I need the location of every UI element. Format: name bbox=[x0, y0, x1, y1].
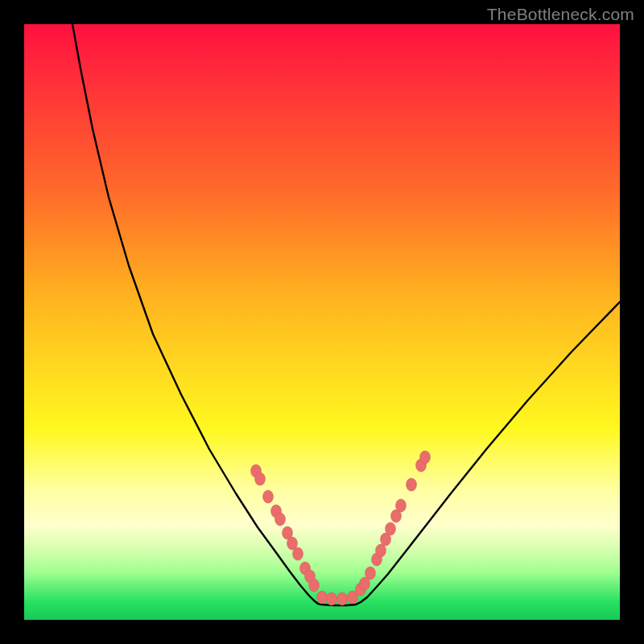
curve-marker bbox=[420, 451, 431, 464]
curve-marker bbox=[327, 592, 337, 605]
curve-marker bbox=[365, 567, 376, 580]
curve-marker bbox=[386, 522, 396, 535]
chart-frame: TheBottleneck.com bbox=[0, 0, 644, 644]
curve-marker bbox=[407, 478, 417, 491]
curve-marker bbox=[309, 579, 320, 592]
curve-marker bbox=[376, 544, 386, 557]
curve-marker bbox=[396, 499, 407, 512]
curve-marker bbox=[263, 490, 274, 503]
curve-layer bbox=[24, 24, 620, 620]
bottleneck-curve bbox=[72, 24, 620, 605]
curve-markers bbox=[251, 451, 431, 605]
curve-marker bbox=[275, 513, 286, 526]
plot-area bbox=[24, 24, 620, 620]
curve-marker bbox=[293, 547, 303, 560]
watermark-text: TheBottleneck.com bbox=[487, 5, 634, 24]
curve-marker bbox=[255, 473, 266, 485]
curve-marker bbox=[317, 591, 328, 604]
curve-marker bbox=[337, 592, 348, 605]
